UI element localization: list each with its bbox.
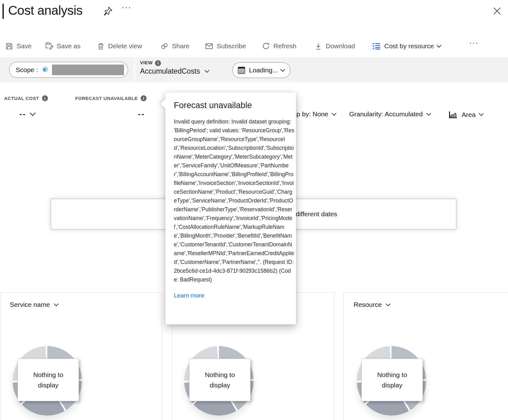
granularity-dropdown[interactable]: Granularity: Accumulated [349,110,430,118]
scope-cube-icon [41,66,49,74]
empty-chart-message: Nothing to display [189,359,251,401]
info-icon[interactable]: i [141,95,147,101]
chevron-down-icon [479,111,484,116]
actual-cost-label: ACTUAL COST i [4,95,48,101]
view-name-dropdown[interactable]: AccumulatedCosts [140,67,209,76]
scope-value-redacted [52,65,124,75]
share-button[interactable]: Share [160,37,189,55]
close-icon[interactable] [492,6,502,16]
calendar-icon [237,66,246,75]
chevron-down-icon [436,43,441,48]
chevron-down-icon [30,110,35,116]
page-title: Cost analysis [8,3,82,18]
scope-label: Scope : [16,66,38,74]
forecast-value: -- [138,110,145,118]
forecast-unavailable-tooltip: Forecast unavailable Invalid query defin… [165,92,296,324]
resource-card-header[interactable]: Resource [354,301,390,308]
learn-more-link[interactable]: Learn more [174,292,204,299]
tooltip-beak [160,98,171,109]
empty-chart-message: Nothing to display [361,359,423,401]
info-icon[interactable]: i [42,95,48,101]
cost-analysis-blade: Cost analysis ··· Save Save as Delete vi… [0,0,508,420]
save-icon [5,42,13,50]
service-name-card: Service name Nothing to display [1,292,162,420]
command-bar: Save Save as Delete view Share Subscribe… [0,37,508,56]
title-divider [3,4,4,19]
view-picker-button[interactable]: Cost by resource [372,37,441,55]
download-icon [314,42,323,50]
delete-icon [97,42,105,50]
save-as-icon [45,42,54,50]
chevron-down-icon [386,301,391,306]
save-button[interactable]: Save [5,37,32,55]
scope-pill[interactable]: Scope : [9,62,128,78]
resource-card: Resource Nothing to display [343,292,508,420]
view-caption: VIEW [140,60,153,65]
toolbar-more-icon[interactable]: ··· [469,38,479,47]
download-button[interactable]: Download [314,37,355,55]
area-chart-icon [448,110,458,119]
header-more-icon[interactable]: ··· [122,3,132,12]
band-divider [134,57,135,82]
refresh-icon [262,42,270,50]
refresh-button[interactable]: Refresh [262,37,297,55]
subscribe-button[interactable]: Subscribe [205,37,246,55]
view-selector: VIEWi AccumulatedCosts [140,60,209,76]
tooltip-error-text: Invalid query definition: Invalid datase… [174,117,294,284]
actual-cost-value[interactable]: -- [19,110,35,118]
checklist-icon [372,41,381,51]
empty-chart-message: Nothing to display [18,359,79,401]
scope-band: Scope : VIEWi AccumulatedCosts Loading..… [0,57,508,82]
chevron-down-icon [332,111,337,116]
chevron-down-icon [426,111,431,116]
chevron-down-icon [280,67,285,72]
chevron-down-icon [204,68,209,73]
save-as-button[interactable]: Save as [45,37,80,55]
chevron-down-icon [54,301,59,306]
pin-icon[interactable] [102,6,113,17]
title-bar: Cost analysis ··· [0,0,508,25]
date-range-picker[interactable]: Loading... [232,62,290,78]
share-icon [160,42,169,50]
service-name-card-header[interactable]: Service name [10,301,58,308]
delete-view-button[interactable]: Delete view [97,37,142,55]
forecast-label: FORECAST UNAVAILABLE i [75,95,147,101]
chart-type-dropdown[interactable]: Area [448,110,483,119]
tooltip-title: Forecast unavailable [174,101,293,110]
date-range-label: Loading... [249,66,278,74]
info-icon[interactable]: i [155,60,161,66]
subscribe-icon [205,42,214,51]
